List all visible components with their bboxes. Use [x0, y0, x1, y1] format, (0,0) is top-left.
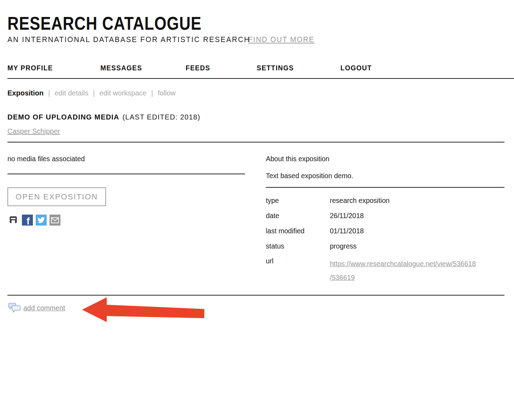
breadcrumb-separator: |	[93, 89, 95, 97]
detail-label: url	[266, 257, 330, 285]
nav-settings[interactable]: SETTINGS	[257, 64, 294, 72]
envelope-glyph	[51, 217, 59, 223]
open-exposition-button[interactable]: OPEN EXPOSITION	[7, 187, 106, 206]
media-divider	[7, 174, 245, 174]
exposition-url-link[interactable]: /536619	[330, 274, 355, 281]
find-out-more-link[interactable]: FIND OUT MORE	[248, 35, 314, 44]
email-icon[interactable]	[49, 215, 60, 226]
nav-divider	[7, 78, 514, 79]
page: RESEARCH CATALOGUE AN INTERNATIONAL DATA…	[0, 0, 514, 420]
breadcrumb-separator: |	[48, 89, 50, 97]
annotation-arrow	[80, 296, 205, 323]
no-media-message: no media files associated	[7, 155, 85, 163]
detail-row-status: status progress	[266, 242, 357, 250]
exposition-title: DEMO OF UPLOADING MEDIA	[7, 113, 119, 121]
twitter-bird-glyph	[37, 216, 45, 224]
detail-label: last modified	[266, 227, 330, 235]
print-icon[interactable]	[10, 215, 17, 224]
comments-divider	[7, 295, 504, 296]
detail-row-type: type research exposition	[266, 197, 390, 205]
nav-my-profile[interactable]: MY PROFILE	[7, 64, 53, 72]
detail-value: 26/11/2018	[330, 212, 364, 220]
detail-row-date: date 26/11/2018	[266, 212, 364, 220]
tab-follow[interactable]: follow	[158, 89, 176, 97]
nav-feeds[interactable]: FEEDS	[186, 64, 210, 72]
about-divider	[266, 187, 504, 188]
nav-messages[interactable]: MESSAGES	[100, 64, 142, 72]
facebook-f-glyph: f	[27, 216, 30, 226]
header-divider	[7, 142, 504, 142]
exposition-heading: DEMO OF UPLOADING MEDIA (LAST EDITED: 20…	[7, 113, 200, 121]
exposition-url-link[interactable]: https://www.researchcatalogue.net/view/5…	[330, 260, 476, 268]
detail-label: date	[266, 212, 330, 220]
last-edited-note: (LAST EDITED: 2018)	[123, 113, 200, 121]
tab-edit-details[interactable]: edit details	[54, 89, 88, 97]
facebook-icon[interactable]: f	[22, 215, 33, 226]
comment-bubbles-icon[interactable]	[8, 302, 22, 315]
detail-value: 01/11/2018	[330, 227, 364, 235]
detail-value: progress	[330, 242, 357, 250]
detail-value: research exposition	[330, 197, 390, 205]
author-link[interactable]: Casper Schipper	[7, 127, 60, 135]
about-heading: About this exposition	[266, 155, 329, 163]
site-title: RESEARCH CATALOGUE	[7, 13, 201, 34]
add-comment-link[interactable]: add comment	[23, 304, 65, 312]
twitter-icon[interactable]	[36, 215, 47, 226]
detail-row-url: url https://www.researchcatalogue.net/vi…	[266, 257, 476, 285]
tab-exposition[interactable]: Exposition	[7, 89, 43, 97]
site-subtitle: AN INTERNATIONAL DATABASE FOR ARTISTIC R…	[7, 35, 250, 44]
nav-logout[interactable]: LOGOUT	[340, 64, 372, 72]
breadcrumb: Exposition | edit details | edit workspa…	[7, 89, 176, 97]
tab-edit-workspace[interactable]: edit workspace	[99, 89, 146, 97]
breadcrumb-separator: |	[151, 89, 153, 97]
detail-label: status	[266, 242, 330, 250]
detail-row-last-modified: last modified 01/11/2018	[266, 227, 364, 235]
detail-label: type	[266, 197, 330, 205]
about-description: Text based exposition demo.	[266, 172, 353, 180]
